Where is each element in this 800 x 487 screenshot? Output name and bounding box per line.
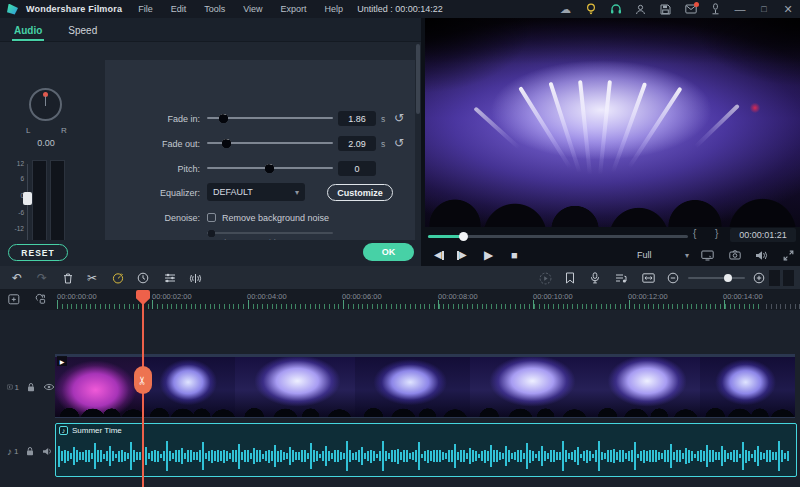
preview-seekbar[interactable] — [428, 235, 688, 238]
feedback-mail-icon[interactable] — [678, 0, 703, 18]
previous-frame-button[interactable]: ◀ — [434, 250, 444, 260]
customize-button[interactable]: Customize — [327, 184, 393, 201]
clip-thumbnail — [145, 357, 235, 417]
video-clip[interactable]: ▶ — [55, 354, 795, 418]
tips-bulb-icon[interactable] — [578, 0, 603, 18]
denoise-checkbox[interactable] — [207, 213, 216, 222]
fade-out-slider[interactable] — [207, 135, 333, 151]
menu-export[interactable]: Export — [281, 4, 307, 14]
record-stand-icon[interactable] — [703, 0, 728, 18]
timeline-zoom-thumb[interactable] — [724, 274, 732, 282]
mark-in-icon[interactable]: { — [693, 228, 696, 239]
tab-audio[interactable]: Audio — [12, 20, 44, 40]
speaker-icon[interactable] — [42, 447, 53, 456]
audio-track-icon: ♪ — [7, 446, 12, 457]
timeline-zoom-slider[interactable] — [688, 277, 745, 279]
meter-tick: 6 — [10, 175, 24, 182]
fullscreen-icon[interactable] — [783, 250, 794, 261]
menu-edit[interactable]: Edit — [171, 4, 187, 14]
preview-zoom-dropdown[interactable]: Full ▾ — [637, 247, 689, 263]
clip-thumbnail — [590, 357, 700, 417]
add-marker-icon[interactable] — [8, 293, 21, 305]
detach-audio-icon[interactable] — [184, 266, 206, 290]
cloud-icon[interactable]: ☁ — [553, 0, 578, 18]
speed-icon[interactable] — [107, 266, 129, 290]
volume-icon[interactable] — [755, 250, 768, 261]
clip-thumbnail — [700, 357, 795, 417]
meter-tick: -6 — [10, 209, 24, 216]
save-icon[interactable] — [653, 0, 678, 18]
timeline-toolbar: ↶ ↷ ✂ — [0, 266, 800, 290]
audio-mixer-icon[interactable] — [610, 266, 632, 290]
audio-track-header: ♪ 1 — [0, 424, 55, 478]
eye-icon[interactable] — [43, 383, 55, 391]
close-button[interactable]: ✕ — [776, 0, 800, 18]
panel-tabbar: Audio Speed — [0, 18, 421, 42]
second-display-icon[interactable] — [701, 250, 714, 261]
audio-clip[interactable]: ♪ Summer Time — [55, 423, 797, 477]
ok-button[interactable]: OK — [363, 243, 414, 261]
track-view-toggle[interactable] — [769, 270, 780, 286]
fade-out-reset-icon[interactable]: ↺ — [394, 137, 404, 149]
voiceover-mic-icon[interactable] — [584, 266, 606, 290]
stop-button[interactable]: ■ — [511, 250, 518, 261]
volume-knob[interactable] — [29, 88, 62, 121]
tab-speed[interactable]: Speed — [66, 20, 99, 40]
audio-track-number: 1 — [14, 447, 18, 456]
menu-tools[interactable]: Tools — [204, 4, 225, 14]
link-icon[interactable] — [34, 293, 47, 305]
pitch-value[interactable]: 0 — [338, 161, 376, 176]
maximize-button[interactable]: □ — [752, 0, 776, 18]
video-preview[interactable] — [425, 18, 800, 227]
duration-clock-icon[interactable] — [132, 266, 154, 290]
reset-button[interactable]: RESET — [8, 244, 68, 261]
redo-icon[interactable]: ↷ — [31, 266, 53, 290]
undo-icon[interactable]: ↶ — [6, 266, 28, 290]
marker-flag-icon[interactable] — [559, 266, 581, 290]
music-note-icon: ♪ — [59, 426, 68, 435]
account-icon[interactable] — [628, 0, 653, 18]
titlebar: Wondershare Filmora File Edit Tools View… — [0, 0, 800, 18]
pitch-slider[interactable] — [207, 160, 333, 176]
tracks-area: 1 ▶ — [0, 310, 800, 487]
render-preview-icon[interactable] — [534, 266, 556, 290]
play-button[interactable]: ▶ — [484, 249, 493, 261]
zoom-in-icon[interactable] — [748, 266, 770, 290]
next-frame-button[interactable]: ▶ — [457, 250, 467, 260]
color-adjust-icon[interactable] — [159, 266, 181, 290]
cut-scissors-badge[interactable]: ✂ — [134, 366, 152, 394]
snapshot-camera-icon[interactable] — [729, 250, 741, 260]
lock-icon[interactable] — [26, 382, 36, 392]
clip-thumbnail — [55, 357, 145, 417]
menubar: File Edit Tools View Export Help — [138, 4, 343, 14]
fade-in-reset-icon[interactable]: ↺ — [394, 112, 404, 124]
seekbar-thumb[interactable] — [459, 232, 468, 241]
fade-out-value[interactable]: 2.09 — [338, 136, 376, 151]
preview-zoom-value: Full — [637, 250, 652, 260]
mark-out-icon[interactable]: } — [715, 228, 718, 239]
fit-timeline-icon[interactable] — [637, 266, 659, 290]
filmora-window: Wondershare Filmora File Edit Tools View… — [0, 0, 800, 487]
denoise-label: Denoise: — [125, 213, 200, 223]
zoom-out-icon[interactable] — [662, 266, 684, 290]
meter-tick: 12 — [10, 160, 24, 167]
denoise-checkbox-label: Remove background noise — [222, 213, 329, 223]
menu-file[interactable]: File — [138, 4, 153, 14]
split-scissors-icon[interactable]: ✂ — [81, 266, 103, 290]
fade-in-slider[interactable] — [207, 110, 333, 126]
support-headset-icon[interactable] — [603, 0, 628, 18]
lock-icon[interactable] — [25, 446, 35, 456]
minimize-button[interactable]: — — [728, 0, 752, 18]
panel-scrollbar[interactable] — [416, 44, 420, 114]
equalizer-selected: DEFAULT — [213, 187, 253, 197]
fade-in-value[interactable]: 1.86 — [338, 111, 376, 126]
meter-slider-handle[interactable] — [23, 192, 32, 205]
delete-icon[interactable] — [57, 266, 79, 290]
fade-out-label: Fade out: — [125, 139, 200, 149]
timeline-ruler[interactable]: 00:00:00:00 00:00:02:00 00:00:04:00 00:0… — [0, 290, 800, 310]
menu-view[interactable]: View — [243, 4, 262, 14]
menu-help[interactable]: Help — [325, 4, 344, 14]
video-track-header: 1 — [0, 355, 55, 419]
track-view-toggle[interactable] — [783, 270, 794, 286]
equalizer-dropdown[interactable]: DEFAULT ▾ — [207, 183, 305, 201]
